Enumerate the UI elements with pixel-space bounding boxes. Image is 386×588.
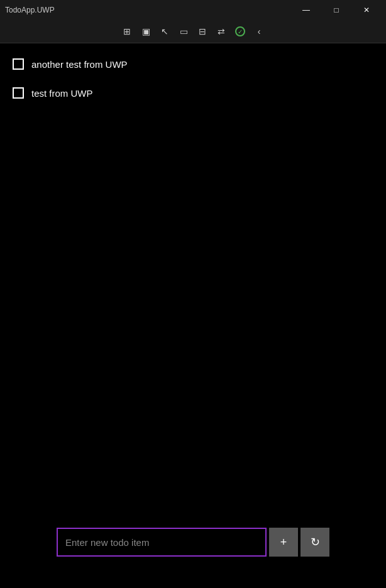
layout-icon-button[interactable]: ⊟ <box>194 23 211 40</box>
title-bar-left: TodoApp.UWP <box>5 6 55 14</box>
title-bar-controls: — □ ✕ <box>292 0 381 20</box>
todo-input[interactable] <box>57 528 267 557</box>
todo-checkbox-1[interactable] <box>13 58 24 70</box>
todo-item-2: test from UWP <box>13 85 373 101</box>
todo-checkbox-2[interactable] <box>13 87 24 99</box>
check-circle-icon: ✓ <box>235 26 245 36</box>
check-green-button[interactable]: ✓ <box>231 23 249 40</box>
add-button[interactable]: + <box>269 528 298 557</box>
chevron-button[interactable]: ‹ <box>250 23 268 40</box>
maximize-button[interactable]: □ <box>322 0 351 20</box>
title-bar: TodoApp.UWP — □ ✕ <box>0 0 386 20</box>
main-content: another test from UWP test from UWP <box>0 43 386 126</box>
cursor-icon-button[interactable]: ↖ <box>156 23 174 40</box>
todo-label-2[interactable]: test from UWP <box>31 88 93 99</box>
refresh-button[interactable]: ↻ <box>301 528 329 557</box>
close-button[interactable]: ✕ <box>352 0 381 20</box>
todo-item-1: another test from UWP <box>13 56 373 72</box>
window-icon-button[interactable]: ▭ <box>175 23 192 40</box>
app-title: TodoApp.UWP <box>5 6 55 14</box>
grid-icon-button[interactable]: ⊞ <box>118 23 136 40</box>
bottom-bar: + ↻ <box>0 528 386 557</box>
video-icon-button[interactable]: ▣ <box>137 23 155 40</box>
arrow-icon-button[interactable]: ⇄ <box>212 23 230 40</box>
minimize-button[interactable]: — <box>292 0 321 20</box>
todo-label-1[interactable]: another test from UWP <box>31 59 128 70</box>
toolbar: ⊞ ▣ ↖ ▭ ⊟ ⇄ ✓ ‹ <box>0 20 386 43</box>
